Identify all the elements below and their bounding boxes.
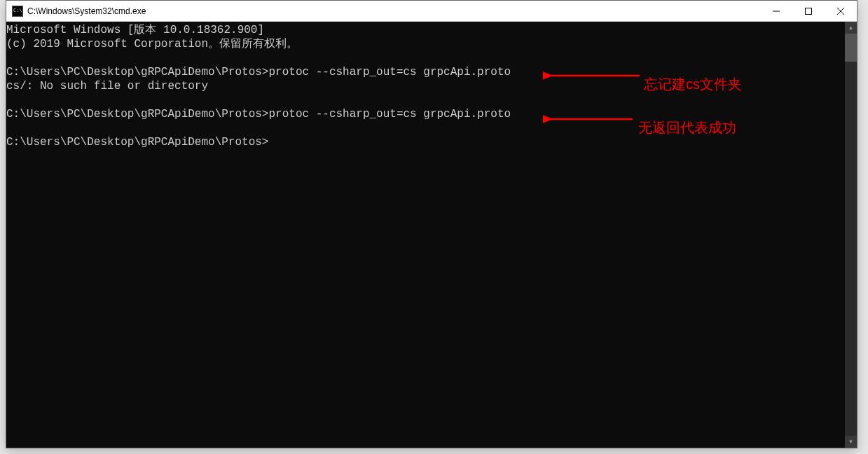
- command-2: protoc --csharp_out=cs grpcApi.proto: [268, 108, 511, 121]
- close-button[interactable]: [825, 1, 857, 22]
- maximize-button[interactable]: [792, 1, 825, 22]
- cmd-icon: [12, 6, 23, 17]
- copyright-line: (c) 2019 Microsoft Corporation。保留所有权利。: [6, 38, 298, 50]
- maximize-icon: [805, 8, 812, 15]
- svg-rect-1: [806, 8, 812, 15]
- close-icon: [837, 8, 844, 15]
- scrollbar-thumb[interactable]: [845, 34, 857, 62]
- scroll-up-arrow[interactable]: ▲: [845, 22, 857, 34]
- prompt-1: C:\Users\PC\Desktop\gRPCApiDemo\Protos>: [6, 66, 268, 78]
- titlebar[interactable]: C:\Windows\System32\cmd.exe: [6, 1, 857, 22]
- console-text: Microsoft Windows [版本 10.0.18362.900] (c…: [6, 22, 845, 448]
- error-1: cs/: No such file or directory: [6, 80, 208, 92]
- header-line: Microsoft Windows [版本 10.0.18362.900]: [6, 24, 264, 36]
- prompt-2: C:\Users\PC\Desktop\gRPCApiDemo\Protos>: [6, 108, 268, 121]
- cmd-window: C:\Windows\System32\cmd.exe Microsoft Wi…: [6, 0, 857, 448]
- vertical-scrollbar[interactable]: ▲ ▼: [845, 22, 857, 448]
- minimize-button[interactable]: [760, 1, 792, 22]
- command-1: protoc --csharp_out=cs grpcApi.proto: [268, 66, 511, 78]
- console-area[interactable]: Microsoft Windows [版本 10.0.18362.900] (c…: [6, 22, 857, 448]
- prompt-3: C:\Users\PC\Desktop\gRPCApiDemo\Protos>: [6, 136, 268, 149]
- window-controls: [760, 1, 857, 22]
- minimize-icon: [773, 8, 780, 15]
- scroll-down-arrow[interactable]: ▼: [845, 436, 857, 448]
- window-title: C:\Windows\System32\cmd.exe: [27, 6, 146, 16]
